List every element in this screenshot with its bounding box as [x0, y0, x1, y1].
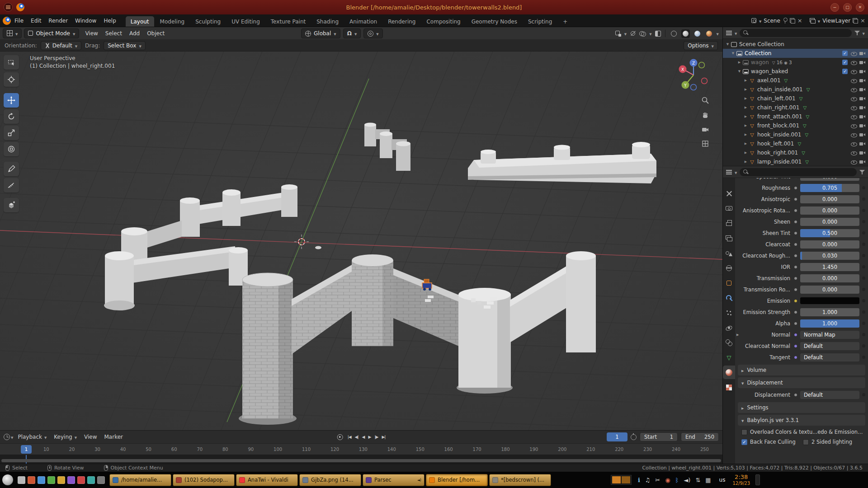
shading-rendered-button[interactable]	[705, 29, 713, 38]
tray-icon[interactable]: ✂	[655, 477, 660, 483]
workspace-tab[interactable]: Modeling	[155, 16, 190, 27]
disable-render-icon[interactable]	[859, 86, 866, 93]
hide-eye-icon[interactable]	[850, 113, 857, 120]
topbar-menu-item[interactable]: Help	[100, 14, 119, 27]
workspace-tab[interactable]: Animation	[344, 16, 382, 27]
window-menu-icon[interactable]	[4, 3, 13, 12]
property-field[interactable]: 0.000	[800, 240, 859, 249]
scene-selector[interactable]: Scene	[751, 18, 802, 24]
mode-dropdown[interactable]: Object Mode	[24, 28, 79, 38]
property-field[interactable]: 0.705	[800, 184, 859, 192]
viewlayer-selector[interactable]: ViewLayer	[810, 18, 865, 24]
camera-view-icon[interactable]	[700, 124, 711, 135]
property-field[interactable]: Normal Map	[800, 331, 859, 339]
hide-eye-icon[interactable]	[850, 50, 857, 57]
outliner-row[interactable]: front_attach.001	[723, 112, 868, 121]
outliner-row[interactable]: hook_right.001	[723, 148, 868, 157]
launcher-icon[interactable]	[28, 476, 35, 484]
properties-tab[interactable]	[723, 306, 735, 319]
disclosure-triangle-icon[interactable]	[743, 151, 749, 155]
tray-icon[interactable]: ◉	[665, 477, 670, 483]
outliner-row[interactable]: Collection	[723, 49, 868, 58]
decorator-dot-icon[interactable]	[862, 277, 865, 280]
properties-tab[interactable]	[723, 366, 735, 379]
property-field[interactable]: 1.000	[800, 308, 859, 316]
playback-button[interactable]: |▶	[374, 435, 378, 439]
decorator-dot-icon[interactable]	[862, 322, 865, 325]
property-field[interactable]: 0.000	[800, 195, 859, 203]
playback-button[interactable]: ▶	[368, 435, 371, 439]
tool-add-cube[interactable]	[4, 198, 19, 212]
filter-icon[interactable]	[854, 30, 860, 36]
outliner-row[interactable]: Scene Collection	[723, 40, 868, 49]
viewport-menu-item[interactable]: Add	[126, 27, 143, 39]
property-field[interactable]: 0.000	[800, 206, 859, 215]
gizmo-y-label[interactable]: Y	[684, 83, 687, 88]
exclude-checkbox[interactable]	[842, 51, 848, 56]
property-field[interactable]: 0.000	[800, 274, 859, 282]
decorator-dot-icon[interactable]	[862, 243, 865, 246]
workspace-tab[interactable]: Geometry Nodes	[467, 16, 522, 27]
disclosure-triangle-icon[interactable]	[730, 52, 736, 55]
maximize-button[interactable]	[843, 3, 852, 12]
playback-button[interactable]: ◀	[362, 435, 365, 439]
decorator-dot-icon[interactable]	[862, 197, 865, 201]
launcher-icon[interactable]	[47, 476, 55, 484]
hide-eye-icon[interactable]	[850, 77, 857, 84]
hide-eye-icon[interactable]	[850, 59, 857, 66]
shading-material-button[interactable]	[693, 29, 702, 38]
section-displacement[interactable]: Displacement	[738, 377, 865, 388]
property-field[interactable]: 0.030	[800, 252, 859, 260]
disable-render-icon[interactable]	[859, 104, 866, 111]
outliner-row[interactable]: chain_inside.001	[723, 85, 868, 94]
new-scene-icon[interactable]	[790, 18, 795, 23]
hide-eye-icon[interactable]	[850, 150, 857, 156]
checkbox-icon[interactable]	[741, 439, 747, 445]
workspace-tab[interactable]: Compositing	[421, 16, 465, 27]
gizmo-x-label[interactable]: X	[681, 67, 684, 72]
displacement-dropdown[interactable]: Default	[800, 391, 859, 399]
properties-tab[interactable]	[723, 336, 735, 349]
workspace-tab[interactable]: UV Editing	[226, 16, 265, 27]
playback-button[interactable]: ▶|	[382, 435, 385, 439]
properties-search[interactable]	[740, 168, 857, 176]
disable-render-icon[interactable]	[859, 50, 866, 57]
show-desktop-button[interactable]	[755, 474, 760, 485]
disable-render-icon[interactable]	[859, 122, 866, 129]
tray-icon[interactable]: ⇅	[695, 477, 700, 483]
gizmo-z-label[interactable]: Z	[692, 61, 695, 66]
disclosure-triangle-icon[interactable]	[743, 124, 749, 127]
expand-triangle-icon[interactable]	[736, 329, 739, 340]
properties-tab[interactable]	[723, 216, 735, 230]
disclosure-triangle-icon[interactable]	[743, 115, 749, 118]
tray-icon[interactable]: ℹ	[638, 477, 640, 483]
unlink-scene-icon[interactable]	[797, 18, 802, 24]
decorator-dot-icon[interactable]	[862, 344, 865, 347]
tray-icon[interactable]: ♫	[645, 477, 651, 483]
timeline-editor-icon[interactable]	[4, 434, 10, 440]
viewport-canvas[interactable]: User Perspective (1) Collection | wheel_…	[0, 52, 722, 430]
shading-solid-button[interactable]	[681, 29, 690, 38]
disable-render-icon[interactable]	[859, 141, 866, 147]
editor-type-button[interactable]	[3, 28, 22, 38]
outliner-row[interactable]: chain_right.001	[723, 103, 868, 112]
decorator-dot-icon[interactable]	[862, 393, 865, 396]
section-settings[interactable]: Settings	[738, 402, 865, 413]
exclude-checkbox[interactable]	[842, 69, 848, 74]
taskbar-window-button[interactable]: GjbZa.png (14...	[299, 474, 361, 486]
property-field[interactable]: 1.000	[800, 319, 859, 328]
clock[interactable]: 2:38 12/9/23	[732, 474, 750, 486]
hide-eye-icon[interactable]	[850, 104, 857, 111]
disclosure-triangle-icon[interactable]	[725, 42, 731, 46]
taskbar-window-button[interactable]: Blender [/hom...	[426, 474, 488, 486]
taskbar-window-button[interactable]: Parsec	[363, 474, 425, 486]
orientation-dropdown[interactable]: Default	[41, 41, 81, 50]
hide-eye-icon[interactable]	[850, 122, 857, 129]
workspace-tab[interactable]: Shading	[311, 16, 344, 27]
launcher-icon[interactable]	[97, 476, 105, 484]
topbar-menu-item[interactable]: Render	[45, 14, 71, 27]
disclosure-triangle-icon[interactable]	[743, 133, 749, 136]
outliner-row[interactable]: axel.001	[723, 76, 868, 85]
close-button[interactable]	[856, 3, 864, 12]
checkbox-icon[interactable]	[741, 429, 747, 435]
